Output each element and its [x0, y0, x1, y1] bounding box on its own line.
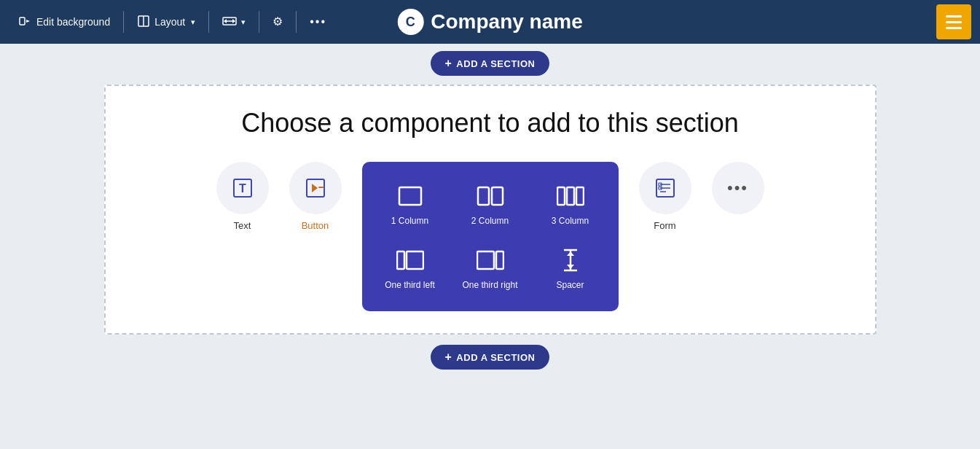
company-header: C Company name — [397, 0, 583, 44]
layout-item-spacer[interactable]: Spacer — [534, 241, 607, 297]
one-column-label: 1 Column — [391, 216, 428, 227]
align-icon — [222, 15, 237, 30]
divider-2 — [208, 11, 209, 33]
two-column-icon — [473, 182, 508, 210]
add-section-top-button[interactable]: + ADD A SECTION — [431, 51, 550, 76]
settings-button[interactable]: ⚙ — [262, 10, 293, 34]
section-container: Choose a component to add to this sectio… — [104, 85, 877, 335]
section-title: Choose a component to add to this sectio… — [241, 108, 738, 138]
svg-rect-15 — [557, 187, 565, 205]
svg-rect-21 — [496, 251, 503, 269]
component-item-button[interactable]: Button — [289, 162, 342, 231]
layout-item-1-column[interactable]: 1 Column — [374, 176, 447, 233]
svg-rect-13 — [478, 187, 489, 205]
text-component-icon: T — [216, 162, 269, 214]
toolbar: Edit background Layout ▾ — [0, 0, 980, 44]
svg-marker-6 — [232, 19, 235, 23]
toolbar-left: Edit background Layout ▾ — [9, 9, 337, 36]
spacer-icon — [553, 246, 588, 274]
component-item-more[interactable]: ••• — [712, 162, 764, 214]
svg-marker-25 — [567, 251, 574, 256]
divider-4 — [296, 11, 297, 33]
company-name: Company name — [431, 10, 583, 34]
more-dots-icon: ••• — [727, 179, 748, 198]
svg-rect-17 — [576, 187, 584, 205]
svg-rect-11 — [318, 187, 324, 188]
svg-rect-20 — [477, 251, 494, 269]
layout-item-2-column[interactable]: 2 Column — [454, 176, 527, 233]
svg-text:T: T — [239, 182, 246, 195]
component-row: T Text Button — [120, 162, 861, 311]
layout-item-3-column[interactable]: 3 Column — [534, 176, 607, 233]
company-logo: C — [397, 9, 423, 35]
edit-background-label: Edit background — [36, 16, 110, 28]
svg-rect-0 — [20, 17, 25, 25]
three-column-icon — [553, 182, 588, 210]
layout-chevron-icon: ▾ — [191, 17, 195, 27]
align-chevron-icon: ▾ — [241, 17, 246, 27]
one-third-left-label: One third left — [385, 280, 435, 292]
form-component-icon — [639, 162, 691, 214]
button-component-label: Button — [302, 220, 329, 231]
align-button[interactable]: ▾ — [212, 9, 256, 36]
svg-marker-26 — [567, 265, 574, 269]
edit-background-icon — [19, 15, 32, 30]
form-component-label: Form — [654, 220, 675, 231]
one-third-right-label: One third right — [462, 280, 517, 292]
svg-marker-5 — [224, 19, 227, 23]
svg-marker-10 — [312, 184, 318, 192]
hamburger-line-2 — [946, 21, 962, 23]
layout-item-one-third-left[interactable]: One third left — [374, 241, 447, 297]
add-section-bottom-label: ADD A SECTION — [456, 352, 535, 363]
text-component-label: Text — [234, 220, 251, 231]
svg-rect-12 — [399, 187, 421, 205]
settings-icon: ⚙ — [273, 16, 283, 28]
layout-icon — [137, 15, 150, 30]
add-section-bottom-plus-icon: + — [445, 351, 452, 364]
divider-1 — [123, 11, 124, 33]
three-column-label: 3 Column — [552, 216, 589, 227]
one-third-right-icon — [473, 246, 508, 274]
add-section-plus-icon: + — [445, 57, 452, 70]
edit-background-button[interactable]: Edit background — [9, 9, 120, 36]
more-options-icon: ••• — [310, 15, 326, 28]
layout-label: Layout — [154, 16, 185, 28]
hamburger-line-1 — [946, 15, 962, 17]
layout-item-one-third-right[interactable]: One third right — [454, 241, 527, 297]
add-section-bottom-button[interactable]: + ADD A SECTION — [431, 345, 550, 370]
button-component-icon — [289, 162, 342, 214]
hamburger-button[interactable] — [936, 4, 971, 39]
one-third-left-icon — [393, 246, 428, 274]
svg-rect-18 — [397, 251, 404, 269]
two-column-label: 2 Column — [471, 216, 509, 227]
spacer-label: Spacer — [556, 280, 584, 292]
layout-dropdown: 1 Column 2 Column — [362, 162, 619, 311]
component-item-text[interactable]: T Text — [216, 162, 269, 231]
hamburger-line-3 — [946, 27, 962, 29]
one-column-icon — [393, 182, 428, 210]
svg-rect-19 — [407, 251, 423, 269]
add-section-top-label: ADD A SECTION — [456, 58, 535, 69]
svg-rect-14 — [492, 187, 503, 205]
divider-3 — [259, 11, 259, 33]
svg-rect-16 — [567, 187, 574, 205]
more-component-icon: ••• — [712, 162, 764, 214]
component-item-form[interactable]: Form — [639, 162, 691, 231]
main-area: + ADD A SECTION Choose a component to ad… — [0, 44, 980, 449]
layout-button[interactable]: Layout ▾ — [127, 9, 205, 36]
more-options-button[interactable]: ••• — [299, 9, 337, 34]
